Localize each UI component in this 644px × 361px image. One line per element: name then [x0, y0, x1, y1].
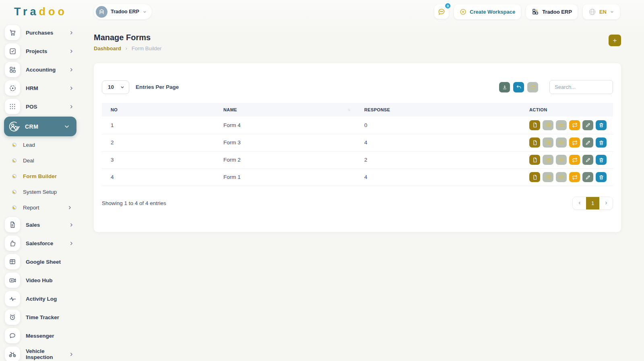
bike-icon: [8, 350, 17, 358]
bullet-icon: [12, 190, 17, 194]
entries-per-page-value: 10: [108, 84, 114, 90]
delete-button[interactable]: [596, 172, 607, 182]
doc-icon: [532, 122, 538, 128]
trash-icon: [599, 157, 604, 163]
table2-icon: [545, 174, 551, 180]
sidebar: PurchasesProjectsAccountingHRMPOSCRMLead…: [0, 23, 80, 361]
duplicate-button[interactable]: [569, 155, 580, 165]
table2-icon: [545, 157, 551, 163]
sidebar-item-form-builder[interactable]: Form Builder: [0, 168, 80, 184]
delete-button[interactable]: [596, 155, 607, 165]
sidebar-item-purchases[interactable]: Purchases: [0, 23, 80, 42]
preview-button[interactable]: [556, 155, 567, 165]
pencil-icon: [585, 157, 591, 163]
workspace-label: Tradoo ERP: [111, 9, 139, 14]
sidebar-item-salesforce[interactable]: Salesforce: [0, 234, 80, 252]
thumbs-up-icon: [9, 240, 17, 247]
eye-icon: [558, 139, 564, 146]
form-details-button[interactable]: [529, 137, 540, 148]
sort-icon[interactable]: ↑↓: [347, 107, 350, 112]
plus-circle-icon: [460, 8, 466, 15]
edit-button[interactable]: [582, 120, 593, 130]
brand-logo[interactable]: Tradoo: [0, 6, 80, 18]
sidebar-item-sales[interactable]: Sales: [0, 215, 80, 234]
erp-button-label: Tradoo ERP: [542, 9, 572, 15]
sidebar-item-crm[interactable]: CRM: [4, 117, 76, 136]
table-view-button[interactable]: [543, 155, 553, 165]
chevron-right-icon: [69, 30, 74, 35]
form-name-link[interactable]: Form 1: [215, 168, 355, 186]
table-view-button[interactable]: [543, 120, 553, 130]
repeat-icon: [572, 140, 578, 146]
table-row: 1Form 40: [102, 117, 613, 134]
repeat-icon: [572, 157, 578, 163]
language-selector[interactable]: EN: [583, 4, 620, 19]
sidebar-item-hrm[interactable]: HRM: [0, 79, 80, 97]
form-details-button[interactable]: [529, 120, 540, 130]
preview-button[interactable]: [556, 137, 567, 148]
duplicate-button[interactable]: [569, 137, 580, 148]
duplicate-button[interactable]: [569, 172, 580, 182]
language-code: EN: [599, 9, 607, 15]
form-details-button[interactable]: [529, 155, 540, 165]
table-view-button[interactable]: [543, 137, 553, 148]
table-row: 3Form 22: [102, 151, 613, 168]
sidebar-item-pos[interactable]: POS: [0, 97, 80, 116]
sidebar-item-messenger[interactable]: Messenger: [0, 326, 80, 345]
row-actions: [529, 120, 609, 130]
previous-page-button[interactable]: [573, 197, 586, 209]
trash-icon: [599, 122, 604, 128]
search-input[interactable]: [549, 80, 613, 94]
showing-entries-text: Showing 1 to 4 of 4 entries: [102, 200, 166, 206]
table-view-button[interactable]: [543, 172, 553, 182]
preview-button[interactable]: [556, 120, 567, 130]
sidebar-item-report[interactable]: Report: [0, 200, 80, 215]
sidebar-item-activity-log[interactable]: Activity Log: [0, 289, 80, 308]
grid-plus-icon: [532, 8, 539, 15]
delete-button[interactable]: [596, 120, 607, 130]
trash-icon: [599, 174, 604, 180]
sidebar-item-lead[interactable]: Lead: [0, 137, 80, 153]
sidebar-item-vehicle-inspection[interactable]: Vehicle Inspection: [0, 345, 80, 361]
edit-button[interactable]: [582, 137, 593, 148]
row-response: 4: [355, 168, 520, 186]
doc-icon: [532, 174, 538, 180]
chevron-down-icon: [610, 10, 614, 14]
refresh-button[interactable]: [527, 82, 538, 92]
preview-button[interactable]: [556, 172, 567, 182]
bullet-icon: [12, 158, 17, 163]
form-details-button[interactable]: [529, 172, 540, 182]
bullet-icon: [12, 174, 17, 178]
edit-button[interactable]: [582, 155, 593, 165]
export-button[interactable]: [499, 82, 510, 92]
chat-button[interactable]: 0: [434, 4, 449, 19]
erp-apps-button[interactable]: Tradoo ERP: [526, 4, 578, 19]
topbar: Tradoo Tradoo ERP 0 Create Workspace Tra…: [0, 0, 644, 23]
delete-button[interactable]: [596, 137, 607, 148]
duplicate-button[interactable]: [569, 120, 580, 130]
eye-icon: [558, 157, 564, 163]
edit-button[interactable]: [582, 172, 593, 182]
form-name-link[interactable]: Form 2: [215, 151, 355, 168]
form-name-link[interactable]: Form 3: [215, 134, 355, 151]
breadcrumb-dashboard-link[interactable]: Dashboard: [94, 45, 121, 51]
sidebar-item-accounting[interactable]: Accounting: [0, 60, 80, 79]
app-root: Tradoo Tradoo ERP 0 Create Workspace Tra…: [0, 0, 644, 361]
sidebar-item-time-tracker[interactable]: Time Tracker: [0, 308, 80, 326]
current-page-button[interactable]: 1: [586, 197, 599, 209]
undo-button[interactable]: [513, 82, 524, 92]
sidebar-item-projects[interactable]: Projects: [0, 42, 80, 60]
sidebar-item-video-hub[interactable]: Video Hub: [0, 271, 80, 289]
pencil-icon: [585, 140, 591, 146]
next-page-button[interactable]: [599, 197, 613, 209]
pagination: 1: [572, 197, 613, 210]
workspace-selector[interactable]: Tradoo ERP: [94, 4, 152, 19]
form-name-link[interactable]: Form 4: [215, 117, 355, 134]
sidebar-item-deal[interactable]: Deal: [0, 153, 80, 168]
sidebar-item-google-sheet[interactable]: Google Sheet: [0, 252, 80, 271]
sidebar-item-system-setup[interactable]: System Setup: [0, 184, 80, 200]
create-workspace-button[interactable]: Create Workspace: [454, 4, 521, 19]
add-form-button[interactable]: +: [609, 35, 621, 46]
bullet-icon: [12, 205, 17, 210]
entries-per-page-select[interactable]: 10: [102, 80, 129, 94]
